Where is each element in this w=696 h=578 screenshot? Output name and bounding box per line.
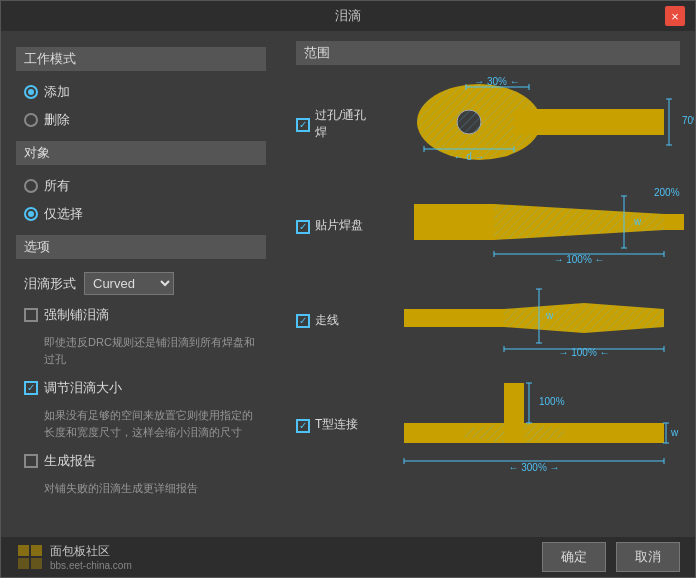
radio-delete[interactable]: 删除 bbox=[16, 109, 266, 131]
t-joint-diagram: 100% w ← 300% → bbox=[384, 373, 694, 476]
svg-text:→ 100% ←: → 100% ← bbox=[558, 347, 609, 356]
options-header: 选项 bbox=[16, 235, 266, 259]
through-hole-label: 过孔/通孔焊 bbox=[315, 107, 376, 141]
t-joint-checkbox-area[interactable]: T型连接 bbox=[296, 416, 376, 433]
form-type-select[interactable]: Curved Straight bbox=[84, 272, 174, 295]
svg-rect-49 bbox=[504, 383, 524, 423]
report-hint: 对铺失败的泪滴生成更详细报告 bbox=[16, 478, 266, 501]
adjust-hint: 如果没有足够的空间来放置它则使用指定的长度和宽度尺寸，这样会缩小泪滴的尺寸 bbox=[16, 405, 266, 444]
form-type-label: 泪滴形式 bbox=[24, 275, 76, 293]
svg-text:200%: 200% bbox=[654, 187, 680, 198]
logo-sub-text: bbs.eet-china.com bbox=[50, 560, 132, 571]
svg-text:w: w bbox=[633, 216, 642, 227]
range-header: 范围 bbox=[296, 41, 680, 65]
adjust-checkbox[interactable] bbox=[24, 381, 38, 395]
left-panel: 工作模式 添加 删除 对象 所有 仅选择 选项 泪滴形式 bbox=[1, 31, 281, 537]
svg-text:← d →: ← d → bbox=[453, 151, 484, 162]
radio-add-circle bbox=[24, 85, 38, 99]
smd-checkbox[interactable] bbox=[296, 220, 310, 234]
dialog-title: 泪滴 bbox=[31, 7, 665, 25]
svg-rect-22 bbox=[664, 214, 684, 230]
through-hole-diagram: → 30% ← 70% ← d → bbox=[384, 77, 694, 170]
svg-rect-66 bbox=[18, 545, 29, 556]
trace-diagram: w → 100% ← bbox=[384, 281, 694, 359]
svg-rect-67 bbox=[31, 545, 42, 556]
svg-text:70%: 70% bbox=[682, 115, 694, 126]
t-joint-checkbox[interactable] bbox=[296, 419, 310, 433]
svg-text:w: w bbox=[670, 427, 679, 438]
bottom-bar: 面包板社区 bbs.eet-china.com 确定 取消 bbox=[1, 537, 695, 577]
svg-text:→ 30% ←: → 30% ← bbox=[474, 77, 520, 87]
svg-rect-68 bbox=[18, 558, 29, 569]
t-joint-label: T型连接 bbox=[315, 416, 358, 433]
radio-selected[interactable]: 仅选择 bbox=[16, 203, 266, 225]
form-type-row: 泪滴形式 Curved Straight bbox=[16, 269, 266, 298]
cancel-button[interactable]: 取消 bbox=[616, 542, 680, 572]
force-checkbox[interactable] bbox=[24, 308, 38, 322]
adjust-checkbox-item[interactable]: 调节泪滴大小 bbox=[16, 377, 266, 399]
svg-rect-69 bbox=[31, 558, 42, 569]
through-hole-item: 过孔/通孔焊 bbox=[296, 77, 680, 170]
trace-item: 走线 bbox=[296, 281, 680, 359]
svg-rect-5 bbox=[514, 109, 664, 135]
close-button[interactable]: × bbox=[665, 6, 685, 26]
title-bar: 泪滴 × bbox=[1, 1, 695, 31]
trace-checkbox[interactable] bbox=[296, 314, 310, 328]
smd-item: 贴片焊盘 bbox=[296, 184, 680, 267]
logo-text-area: 面包板社区 bbs.eet-china.com bbox=[50, 543, 132, 571]
svg-text:← 300% →: ← 300% → bbox=[508, 462, 559, 473]
svg-rect-19 bbox=[414, 204, 494, 240]
radio-add[interactable]: 添加 bbox=[16, 81, 266, 103]
dialog: 泪滴 × 工作模式 添加 删除 对象 所有 仅选择 bbox=[0, 0, 696, 578]
report-label: 生成报告 bbox=[44, 452, 96, 470]
report-checkbox[interactable] bbox=[24, 454, 38, 468]
right-panel: 范围 过孔/通孔焊 bbox=[281, 31, 695, 537]
smd-checkbox-area[interactable]: 贴片焊盘 bbox=[296, 217, 376, 234]
adjust-label: 调节泪滴大小 bbox=[44, 379, 122, 397]
t-joint-item: T型连接 bbox=[296, 373, 680, 476]
logo-area: 面包板社区 bbs.eet-china.com bbox=[16, 543, 132, 571]
content-area: 工作模式 添加 删除 对象 所有 仅选择 选项 泪滴形式 bbox=[1, 31, 695, 537]
through-hole-checkbox-area[interactable]: 过孔/通孔焊 bbox=[296, 107, 376, 141]
work-mode-header: 工作模式 bbox=[16, 47, 266, 71]
force-checkbox-item[interactable]: 强制铺泪滴 bbox=[16, 304, 266, 326]
logo-main-text: 面包板社区 bbox=[50, 543, 132, 560]
svg-text:→ 100% ←: → 100% ← bbox=[553, 254, 604, 264]
svg-text:100%: 100% bbox=[539, 396, 565, 407]
svg-text:w: w bbox=[545, 310, 554, 321]
force-hint: 即使违反DRC规则还是铺泪滴到所有焊盘和过孔 bbox=[16, 332, 266, 371]
smd-diagram: w 200% → 100% ← bbox=[384, 184, 694, 267]
svg-rect-33 bbox=[404, 309, 504, 327]
target-header: 对象 bbox=[16, 141, 266, 165]
radio-delete-label: 删除 bbox=[44, 111, 70, 129]
force-label: 强制铺泪滴 bbox=[44, 306, 109, 324]
radio-all[interactable]: 所有 bbox=[16, 175, 266, 197]
smd-label: 贴片焊盘 bbox=[315, 217, 363, 234]
through-hole-checkbox[interactable] bbox=[296, 118, 310, 132]
trace-checkbox-area[interactable]: 走线 bbox=[296, 312, 376, 329]
report-checkbox-item[interactable]: 生成报告 bbox=[16, 450, 266, 472]
logo-icon bbox=[16, 543, 44, 571]
radio-delete-circle bbox=[24, 113, 38, 127]
radio-selected-label: 仅选择 bbox=[44, 205, 83, 223]
radio-all-label: 所有 bbox=[44, 177, 70, 195]
radio-add-label: 添加 bbox=[44, 83, 70, 101]
svg-marker-38 bbox=[584, 303, 664, 333]
svg-marker-35 bbox=[504, 303, 584, 333]
confirm-button[interactable]: 确定 bbox=[542, 542, 606, 572]
radio-selected-circle bbox=[24, 207, 38, 221]
trace-label: 走线 bbox=[315, 312, 339, 329]
radio-all-circle bbox=[24, 179, 38, 193]
